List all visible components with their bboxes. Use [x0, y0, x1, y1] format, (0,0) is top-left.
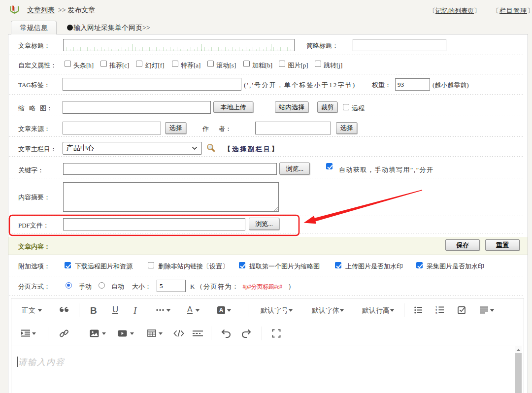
svg-text:3: 3 — [435, 312, 437, 315]
